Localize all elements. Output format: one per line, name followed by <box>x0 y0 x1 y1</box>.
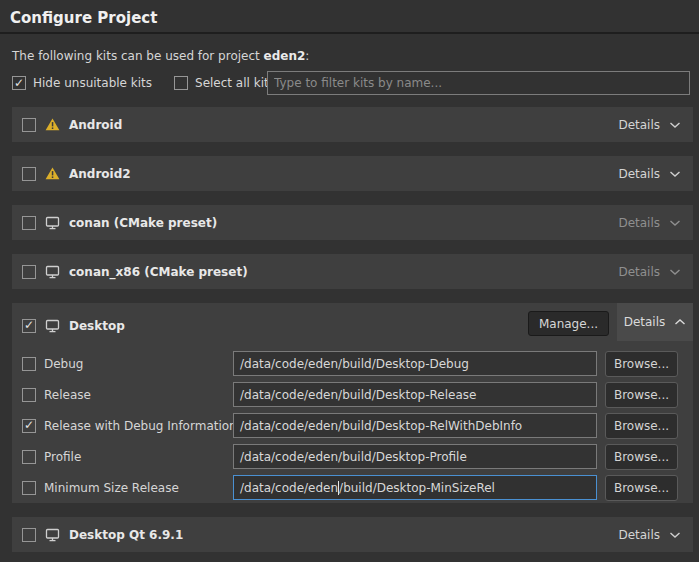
details-toggle[interactable]: Details <box>606 517 693 552</box>
build-config-row-relwithdebinfo: Release with Debug Information /data/cod… <box>12 410 693 441</box>
warning-icon <box>45 118 60 131</box>
details-toggle[interactable]: Details <box>606 107 693 142</box>
build-path-value: /build/Desktop-MinSizeRel <box>339 481 495 495</box>
desktop-monitor-icon <box>45 528 60 542</box>
browse-button[interactable]: Browse... <box>605 444 678 470</box>
build-path-value: /data/code/eden/build/Desktop-Release <box>240 388 476 402</box>
chevron-down-icon <box>669 531 681 539</box>
intro-prefix: The following kits can be used for proje… <box>12 49 264 63</box>
desktop-monitor-icon <box>45 265 60 279</box>
details-label: Details <box>618 167 660 181</box>
warning-icon <box>45 167 60 180</box>
kit-checkbox[interactable] <box>22 319 36 333</box>
kit-name: Android <box>69 118 122 132</box>
chevron-down-icon <box>669 170 681 178</box>
browse-button[interactable]: Browse... <box>605 413 678 439</box>
manage-button[interactable]: Manage... <box>528 311 609 336</box>
intro-text: The following kits can be used for proje… <box>12 49 309 63</box>
kit-row-android: Android Details <box>12 107 693 142</box>
browse-button[interactable]: Browse... <box>605 351 678 377</box>
browse-button[interactable]: Browse... <box>605 382 678 408</box>
details-label: Details <box>618 118 660 132</box>
chevron-down-icon <box>669 219 681 227</box>
desktop-monitor-icon <box>45 319 60 333</box>
build-path-input[interactable]: /data/code/eden/build/Desktop-Release <box>233 382 597 407</box>
kit-checkbox[interactable] <box>22 216 36 230</box>
build-config-label: Profile <box>44 450 81 464</box>
build-config-label: Release with Debug Information <box>44 419 237 433</box>
build-config-checkbox[interactable] <box>22 388 36 402</box>
build-config-label: Release <box>44 388 91 402</box>
kit-checkbox[interactable] <box>22 167 36 181</box>
build-config-checkbox[interactable] <box>22 450 36 464</box>
build-config-label: Minimum Size Release <box>44 481 179 495</box>
build-config-checkbox[interactable] <box>22 419 36 433</box>
build-path-value: /data/code/eden/build/Desktop-Profile <box>240 450 467 464</box>
build-path-value: /data/code/eden/build/Desktop-RelWithDeb… <box>240 419 522 433</box>
details-toggle[interactable]: Details <box>606 254 693 289</box>
configure-project-dialog: Configure Project The following kits can… <box>0 0 699 562</box>
details-toggle[interactable]: Details <box>617 303 693 341</box>
chevron-up-icon <box>674 318 686 326</box>
kit-row-desktop-qt: Desktop Qt 6.9.1 Details <box>12 517 693 552</box>
page-title: Configure Project <box>10 9 157 27</box>
details-label: Details <box>618 265 660 279</box>
build-config-checkbox[interactable] <box>22 481 36 495</box>
details-label: Details <box>618 216 660 230</box>
desktop-monitor-icon <box>45 216 60 230</box>
kit-name: conan (CMake preset) <box>69 216 217 230</box>
hide-unsuitable-group: Hide unsuitable kits <box>12 76 152 90</box>
build-path-input[interactable]: /data/code/eden/build/Desktop-Debug <box>233 351 597 376</box>
build-config-row-minsizerel: Minimum Size Release /data/code/eden/bui… <box>12 472 693 503</box>
intro-suffix: : <box>305 49 309 63</box>
build-path-input[interactable]: /data/code/eden/build/Desktop-RelWithDeb… <box>233 413 597 438</box>
kit-checkbox[interactable] <box>22 528 36 542</box>
chevron-down-icon <box>669 268 681 276</box>
build-config-row-profile: Profile /data/code/eden/build/Desktop-Pr… <box>12 441 693 472</box>
build-path-input[interactable]: /data/code/eden/build/Desktop-Profile <box>233 444 597 469</box>
kit-row-android2: Android2 Details <box>12 156 693 191</box>
kit-section-desktop: Desktop Manage... Details Debug /data/co… <box>12 303 693 503</box>
hide-unsuitable-label: Hide unsuitable kits <box>33 76 152 90</box>
kit-filter-input[interactable] <box>267 71 690 95</box>
kit-name: Desktop Qt 6.9.1 <box>69 528 183 542</box>
select-all-label: Select all kits <box>195 76 275 90</box>
build-path-value: /data/code/eden <box>240 481 338 495</box>
chevron-down-icon <box>669 121 681 129</box>
kit-row-desktop: Desktop Manage... Details <box>12 303 693 348</box>
build-config-label: Debug <box>44 357 83 371</box>
kit-name: Android2 <box>69 167 131 181</box>
kit-name: conan_x86 (CMake preset) <box>69 265 248 279</box>
select-all-group: Select all kits <box>174 76 275 90</box>
kit-checkbox[interactable] <box>22 265 36 279</box>
project-name: eden2 <box>264 49 306 63</box>
details-label: Details <box>618 528 660 542</box>
browse-button[interactable]: Browse... <box>605 475 678 501</box>
kit-row-conan: conan (CMake preset) Details <box>12 205 693 240</box>
select-all-checkbox[interactable] <box>174 76 188 90</box>
build-config-checkbox[interactable] <box>22 357 36 371</box>
build-path-input-focused[interactable]: /data/code/eden/build/Desktop-MinSizeRel <box>233 475 597 500</box>
details-toggle[interactable]: Details <box>606 156 693 191</box>
kit-checkbox[interactable] <box>22 118 36 132</box>
title-separator <box>0 32 699 34</box>
kit-row-conan-x86: conan_x86 (CMake preset) Details <box>12 254 693 289</box>
kit-filter-controls: Hide unsuitable kits Select all kits <box>12 71 297 95</box>
build-config-row-debug: Debug /data/code/eden/build/Desktop-Debu… <box>12 348 693 379</box>
details-toggle[interactable]: Details <box>606 205 693 240</box>
kit-name: Desktop <box>69 319 125 333</box>
hide-unsuitable-checkbox[interactable] <box>12 76 26 90</box>
build-config-row-release: Release /data/code/eden/build/Desktop-Re… <box>12 379 693 410</box>
build-path-value: /data/code/eden/build/Desktop-Debug <box>240 357 469 371</box>
details-label: Details <box>624 315 666 329</box>
